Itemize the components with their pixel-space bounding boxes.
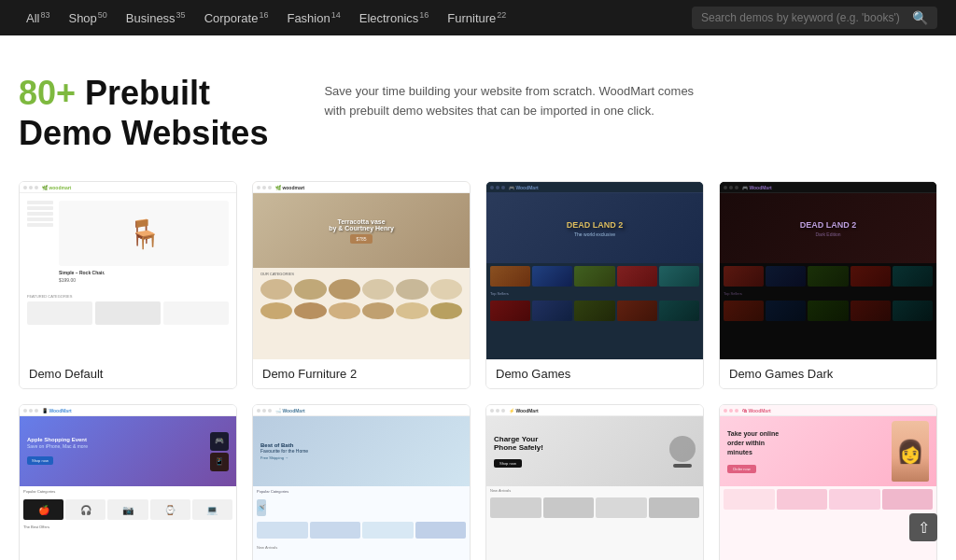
nav-item-shop[interactable]: Shop50 (61, 7, 114, 29)
demo-label-furniture: Demo Furniture 2 (253, 359, 470, 388)
nav-item-business[interactable]: Business35 (119, 7, 193, 29)
hero-headline-green: 80+ (19, 74, 76, 112)
demo-label-games-dark: Demo Games Dark (720, 359, 936, 388)
nav-item-furniture[interactable]: Furniture22 (440, 7, 513, 29)
demo-card-games-dark[interactable]: 🎮 WoodMart DEAD LAND 2 Dark Edition (719, 181, 937, 389)
hero-left: 80+ PrebuiltDemo Websites (19, 73, 268, 153)
demo-card-bath[interactable]: 🛁 WoodMart Best of Bath Favourite for th… (252, 404, 471, 560)
nav-item-electronics[interactable]: Electronics16 (352, 7, 437, 29)
scroll-to-top-button[interactable]: ⇧ (909, 513, 937, 541)
demo-label-games: Demo Games (486, 359, 703, 388)
demo-card-default[interactable]: 🌿 woodmart 🪑 (19, 181, 237, 389)
demo-card-delivery[interactable]: 🛍 WoodMart Take your onlineorder withinm… (719, 404, 937, 560)
search-icon[interactable]: 🔍 (912, 10, 928, 25)
search-input[interactable] (701, 11, 907, 24)
demo-grid: 🌿 woodmart 🪑 (0, 172, 956, 560)
nav-item-fashion[interactable]: Fashion14 (279, 7, 347, 29)
demo-card-furniture[interactable]: 🌿 woodmart Terracotta vaseby & Courtney … (252, 181, 471, 389)
hero-right: Save your time building your website fro… (324, 73, 697, 121)
hero-headline: 80+ PrebuiltDemo Websites (19, 73, 268, 153)
demo-card-games[interactable]: 🎮 WoodMart DEAD LAND 2 The world exclusi… (485, 181, 704, 389)
nav-item-corporate[interactable]: Corporate16 (197, 7, 276, 29)
hero-section: 80+ PrebuiltDemo Websites Save your time… (0, 35, 956, 172)
nav-bar: All83 Shop50 Business35 Corporate16 Fash… (0, 0, 956, 35)
hero-description: Save your time building your website fro… (324, 82, 697, 121)
demo-card-electronics[interactable]: 📱 WoodMart Apple Shopping Event Save on … (19, 404, 237, 560)
demo-label-default: Demo Default (20, 359, 236, 388)
demo-card-charge[interactable]: ⚡ WoodMart Charge YourPhone Safely! Shop… (485, 404, 704, 560)
nav-item-all[interactable]: All83 (19, 7, 57, 29)
search-box: 🔍 (692, 7, 937, 29)
